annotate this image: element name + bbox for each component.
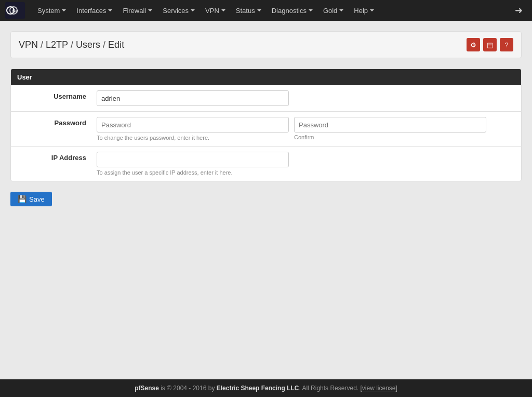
form-actions: 💾 Save (10, 192, 522, 206)
username-cell (94, 85, 521, 112)
form-table: Username Password To change the users pa… (11, 85, 521, 181)
table-icon: ▤ (487, 41, 493, 49)
sliders-icon: ⚙ (470, 41, 476, 49)
nav-item-interfaces[interactable]: Interfaces (71, 0, 117, 21)
footer-brand: pfSense (135, 385, 159, 392)
confirm-password-input[interactable] (294, 117, 486, 133)
footer-end: ] (396, 385, 397, 392)
separator-2: / (71, 39, 73, 50)
caret-icon (309, 9, 313, 11)
confirm-label: Confirm (294, 134, 486, 140)
nav-item-help[interactable]: Help (349, 0, 379, 21)
password-row: Password To change the users password, e… (11, 112, 521, 147)
help-button[interactable]: ? (500, 38, 513, 51)
ip-input[interactable] (97, 152, 289, 167)
breadcrumb-l2tp[interactable]: L2TP (46, 39, 68, 50)
nav-item-diagnostics[interactable]: Diagnostics (267, 0, 318, 21)
ip-hint: To assign the user a specific IP address… (97, 169, 515, 176)
breadcrumb-panel: VPN / L2TP / Users / Edit ⚙ ▤ ? (10, 31, 522, 58)
breadcrumb: VPN / L2TP / Users / Edit (19, 39, 124, 50)
nav-item-services[interactable]: Services (157, 0, 200, 21)
password-cell: To change the users password, enter it h… (94, 112, 521, 147)
caret-icon (62, 9, 66, 11)
question-icon: ? (504, 41, 508, 49)
nav-item-vpn[interactable]: VPN (200, 0, 231, 21)
navbar-right: ➜ (511, 5, 527, 16)
password-input[interactable] (97, 117, 289, 133)
breadcrumb-actions: ⚙ ▤ ? (467, 38, 513, 51)
form-panel: User Username Password To change the use… (10, 69, 522, 181)
table-button[interactable]: ▤ (483, 38, 497, 51)
password-inputs: To change the users password, enter it h… (97, 117, 515, 141)
pfsense-logo: Se (5, 2, 25, 19)
save-button[interactable]: 💾 Save (10, 192, 52, 206)
caret-icon (339, 9, 343, 11)
footer-suffix: . All Rights Reserved. [ (299, 385, 362, 392)
password-group-1: To change the users password, enter it h… (97, 117, 289, 141)
nav-item-status[interactable]: Status (231, 0, 267, 21)
caret-icon (257, 9, 261, 11)
panel-header: User (11, 69, 521, 85)
breadcrumb-edit: Edit (108, 39, 124, 50)
ip-label: IP Address (11, 147, 94, 181)
separator-1: / (41, 39, 43, 50)
ip-row: IP Address To assign the user a specific… (11, 147, 521, 181)
caret-icon (221, 9, 225, 11)
svg-text:Se: Se (12, 8, 18, 14)
nav-item-firewall[interactable]: Firewall (117, 0, 157, 21)
separator-3: / (103, 39, 105, 50)
breadcrumb-users[interactable]: Users (76, 39, 100, 50)
caret-icon (108, 9, 112, 11)
username-input[interactable] (97, 90, 289, 106)
password-label: Password (11, 112, 94, 147)
username-label: Username (11, 85, 94, 112)
password-group-2: Confirm (294, 117, 486, 140)
breadcrumb-vpn[interactable]: VPN (19, 39, 38, 50)
sliders-button[interactable]: ⚙ (467, 38, 480, 51)
nav-menu: System Interfaces Firewall Services VPN … (32, 0, 511, 21)
footer-middle: is © 2004 - 2016 by (159, 385, 217, 392)
ip-cell: To assign the user a specific IP address… (94, 147, 521, 181)
username-row: Username (11, 85, 521, 112)
save-icon: 💾 (18, 195, 26, 203)
caret-icon (148, 9, 152, 11)
nav-item-system[interactable]: System (32, 0, 71, 21)
main-content: VPN / L2TP / Users / Edit ⚙ ▤ ? User Use… (0, 21, 532, 379)
exit-icon[interactable]: ➜ (511, 5, 527, 16)
password-hint: To change the users password, enter it h… (97, 135, 289, 141)
nav-item-gold[interactable]: Gold (318, 0, 349, 21)
caret-icon (191, 9, 195, 11)
save-label: Save (29, 195, 45, 203)
caret-icon (370, 9, 374, 11)
footer: pfSense is © 2004 - 2016 by Electric She… (0, 379, 532, 397)
navbar: Se System Interfaces Firewall Services V… (0, 0, 532, 21)
footer-license-link[interactable]: view license (362, 385, 396, 392)
brand: Se (5, 2, 27, 19)
footer-company: Electric Sheep Fencing LLC (217, 385, 299, 392)
